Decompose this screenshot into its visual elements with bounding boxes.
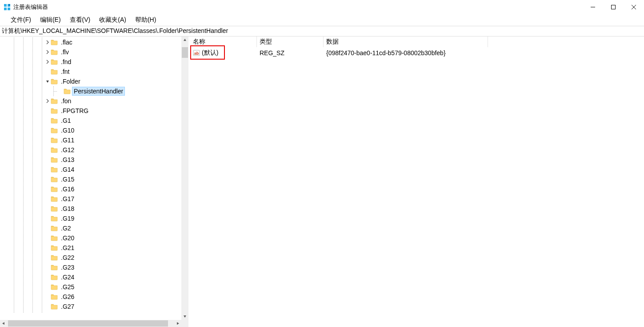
value-row[interactable]: ab(默认)REG_SZ{098f2470-bae0-11cd-b579-080… [190, 48, 644, 58]
tree-node-label: .G21 [60, 244, 76, 252]
registry-tree[interactable]: .flac.flv.fnd.fnt.FolderPersistentHandle… [0, 36, 181, 311]
folder-icon [51, 293, 58, 300]
tree-node[interactable]: .G17 [0, 194, 181, 204]
folder-icon [51, 146, 58, 153]
main-body: .flac.flv.fnd.fnt.FolderPersistentHandle… [0, 36, 644, 327]
tree-node[interactable]: .fnt [0, 67, 181, 77]
tree-node-label: .G2 [60, 224, 72, 232]
svg-point-4 [8, 4, 10, 6]
scroll-track[interactable] [7, 320, 174, 327]
svg-rect-3 [8, 8, 10, 10]
column-data[interactable]: 数据 [324, 36, 488, 47]
tree-node[interactable]: .fon [0, 96, 181, 106]
tree-node-label: .FPGTRG [60, 107, 90, 115]
tree-node[interactable]: .G26 [0, 292, 181, 302]
scroll-thumb[interactable] [8, 320, 168, 327]
folder-icon [51, 274, 58, 281]
chevron-right-icon[interactable] [44, 98, 51, 104]
tree-node[interactable]: .G23 [0, 262, 181, 272]
tree-node[interactable]: .G14 [0, 165, 181, 174]
column-name[interactable]: 名称 [190, 36, 257, 47]
chevron-right-icon[interactable] [44, 59, 51, 65]
svg-marker-10 [184, 315, 186, 318]
tree-node-label: .G16 [60, 185, 76, 193]
folder-icon [51, 97, 58, 105]
folder-icon [51, 78, 58, 85]
tree-node-label: .G18 [60, 205, 76, 213]
chevron-down-icon[interactable] [44, 78, 51, 85]
tree-horizontal-scrollbar[interactable] [0, 320, 181, 327]
tree-node[interactable]: .Folder [0, 77, 181, 86]
address-bar[interactable]: 计算机\HKEY_LOCAL_MACHINE\SOFTWARE\Classes\… [0, 26, 644, 36]
tree-node-label: .fnd [60, 58, 72, 66]
maximize-button[interactable] [603, 0, 624, 14]
svg-marker-9 [184, 39, 186, 41]
tree-node[interactable]: .G2 [0, 223, 181, 233]
folder-icon [51, 264, 58, 271]
window-controls [583, 0, 644, 14]
menu-bar: 文件(F) 编辑(E) 查看(V) 收藏夹(A) 帮助(H) [0, 14, 644, 26]
scroll-thumb[interactable] [182, 47, 188, 58]
address-text: 计算机\HKEY_LOCAL_MACHINE\SOFTWARE\Classes\… [2, 27, 228, 35]
values-pane: 名称 类型 数据 ab(默认)REG_SZ{098f2470-bae0-11cd… [190, 36, 644, 327]
menu-edit[interactable]: 编辑(E) [36, 15, 65, 25]
scroll-left-button[interactable] [0, 320, 7, 327]
tree-node[interactable]: .G15 [0, 174, 181, 184]
chevron-right-icon[interactable] [44, 39, 51, 45]
tree-node-label: .Folder [60, 77, 82, 85]
menu-favorites[interactable]: 收藏夹(A) [95, 15, 131, 25]
scroll-right-button[interactable] [174, 320, 181, 327]
tree-node-label: .G23 [60, 263, 76, 271]
folder-icon [51, 48, 58, 56]
folder-icon [51, 68, 58, 75]
minimize-button[interactable] [583, 0, 603, 14]
chevron-right-icon[interactable] [44, 49, 51, 55]
folder-icon [51, 195, 58, 202]
tree-node[interactable]: .G25 [0, 282, 181, 292]
scroll-up-button[interactable] [181, 36, 188, 44]
folder-icon [51, 107, 58, 114]
values-list[interactable]: ab(默认)REG_SZ{098f2470-bae0-11cd-b579-080… [190, 47, 644, 58]
tree-node[interactable]: .G12 [0, 145, 181, 155]
tree-node[interactable]: .G18 [0, 204, 181, 214]
folder-icon [51, 127, 58, 134]
menu-help[interactable]: 帮助(H) [131, 15, 160, 25]
tree-node-label: .G11 [60, 136, 76, 144]
scroll-down-button[interactable] [181, 313, 188, 320]
window-title: 注册表编辑器 [13, 3, 48, 11]
column-type[interactable]: 类型 [257, 36, 324, 47]
svg-rect-0 [4, 4, 7, 7]
menu-view[interactable]: 查看(V) [65, 15, 95, 25]
values-header: 名称 类型 数据 [190, 36, 644, 47]
svg-marker-12 [177, 322, 179, 325]
tree-node[interactable]: .G10 [0, 125, 181, 135]
tree-node[interactable]: .flac [0, 37, 181, 47]
tree-node[interactable]: .G16 [0, 184, 181, 194]
value-name-cell: ab(默认) [190, 48, 257, 58]
tree-vertical-scrollbar[interactable] [181, 36, 188, 320]
tree-node[interactable]: .flv [0, 47, 181, 57]
folder-icon [51, 205, 58, 212]
tree-node[interactable]: .G19 [0, 214, 181, 223]
tree-node[interactable]: .G24 [0, 272, 181, 282]
tree-node[interactable]: .FPGTRG [0, 106, 181, 116]
tree-node[interactable]: .G21 [0, 243, 181, 253]
tree-node-label: .flac [60, 38, 74, 46]
tree-node[interactable]: .G20 [0, 233, 181, 243]
tree-node[interactable]: .fnd [0, 57, 181, 67]
folder-icon [51, 58, 58, 65]
tree-node[interactable]: .G13 [0, 155, 181, 165]
tree-node-label: .G26 [60, 293, 76, 301]
folder-icon [51, 176, 58, 183]
scroll-track[interactable] [181, 44, 188, 313]
tree-node[interactable]: .G22 [0, 253, 181, 262]
tree-node[interactable]: .G27 [0, 302, 181, 311]
tree-node-label: .G1 [60, 117, 72, 125]
tree-node[interactable]: .G11 [0, 135, 181, 145]
tree-node-label: .G17 [60, 195, 76, 203]
menu-file[interactable]: 文件(F) [6, 15, 36, 25]
svg-text:ab: ab [194, 51, 199, 56]
close-button[interactable] [624, 0, 644, 14]
tree-node[interactable]: .G1 [0, 116, 181, 125]
tree-node[interactable]: PersistentHandler [0, 86, 181, 96]
